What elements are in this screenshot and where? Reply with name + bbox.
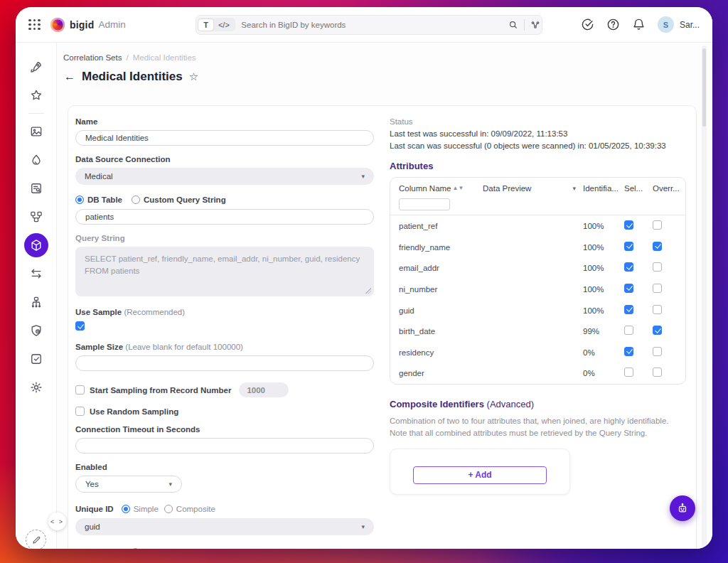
selected-checkbox[interactable] — [624, 262, 633, 272]
breadcrumb-current: Medical Identities — [133, 53, 196, 62]
timeout-input[interactable] — [75, 438, 374, 454]
preview-chevron-down-icon[interactable]: ▾ — [572, 185, 576, 192]
sort-icon[interactable]: ▲▼ — [453, 186, 464, 191]
column-name-filter-input[interactable] — [399, 198, 450, 210]
enabled-label: Enabled — [75, 463, 374, 471]
nav-favorites-icon[interactable] — [24, 83, 48, 107]
page-title: Medical Identities — [82, 70, 183, 84]
advanced-search-icon[interactable] — [530, 20, 540, 30]
global-search-bar[interactable]: T </> — [196, 15, 542, 35]
unique-id-composite-radio[interactable] — [164, 505, 173, 513]
selected-checkbox[interactable] — [624, 220, 633, 230]
override-checkbox[interactable] — [653, 368, 662, 377]
start-sampling-checkbox[interactable] — [75, 385, 85, 395]
favorite-star-icon[interactable]: ☆ — [189, 70, 198, 83]
help-circle-icon[interactable]: ? — [132, 548, 139, 549]
scrollbar-thumb[interactable] — [702, 48, 706, 127]
data-source-value: Medical — [85, 172, 113, 181]
nav-reports-icon[interactable] — [24, 176, 48, 200]
scrollbar-track[interactable] — [702, 45, 707, 549]
breadcrumb-correlation-sets[interactable]: Correlation Sets — [63, 53, 122, 62]
override-checkbox[interactable] — [653, 347, 662, 356]
search-mode-toggle: T </> — [198, 18, 236, 31]
random-sampling-label[interactable]: Use Random Sampling — [90, 407, 178, 416]
override-checkbox[interactable] — [653, 242, 662, 251]
composite-identifiers-heading: Composite Identifiers (Advanced) — [390, 399, 686, 409]
db-table-radio-label[interactable]: DB Table — [87, 195, 122, 204]
db-table-radio[interactable] — [75, 195, 84, 204]
nav-risk-icon[interactable] — [24, 318, 48, 343]
unique-id-value: guid — [85, 522, 100, 531]
selected-checkbox[interactable] — [624, 347, 633, 356]
selected-checkbox[interactable] — [624, 326, 633, 335]
table-row: gender 0% — [390, 363, 685, 385]
bigid-logo-icon[interactable] — [50, 18, 65, 32]
add-composite-identifier-button[interactable]: + Add — [413, 466, 547, 484]
nav-transfers-icon[interactable] — [24, 262, 48, 286]
data-source-label: Data Source Connection — [75, 155, 374, 163]
selected-header[interactable]: Sel... — [624, 184, 643, 193]
user-avatar[interactable]: S — [658, 16, 674, 33]
enabled-value: Yes — [85, 480, 99, 488]
override-checkbox[interactable] — [653, 326, 662, 335]
data-source-select[interactable]: Medical ▾ — [75, 168, 374, 185]
nav-correlation-icon[interactable] — [24, 233, 48, 257]
search-mode-text-button[interactable]: T — [198, 19, 213, 31]
user-name[interactable]: Sar... — [680, 20, 700, 30]
chevron-down-icon: ▾ — [168, 481, 172, 488]
search-icon[interactable] — [508, 20, 518, 30]
selected-checkbox[interactable] — [624, 242, 633, 251]
custom-query-radio-label[interactable]: Custom Query String — [144, 195, 226, 204]
unique-id-composite-label[interactable]: Composite — [176, 505, 215, 513]
display-name-label: Display Name? — [75, 547, 374, 549]
override-checkbox[interactable] — [653, 305, 662, 314]
custom-query-radio[interactable] — [132, 195, 140, 204]
help-icon[interactable] — [606, 18, 620, 31]
nav-catalog-icon[interactable] — [24, 205, 48, 229]
assistant-fab-button[interactable] — [670, 495, 695, 521]
override-checkbox[interactable] — [653, 284, 662, 293]
sample-size-input[interactable] — [75, 355, 374, 371]
identifiability-value: 0% — [583, 348, 624, 357]
table-name-input[interactable]: patients — [75, 209, 374, 225]
enabled-select[interactable]: Yes ▾ — [75, 476, 182, 493]
query-string-textarea[interactable]: SELECT patient_ref, friendly_name, email… — [75, 247, 374, 296]
search-mode-code-button[interactable]: </> — [213, 19, 235, 31]
nav-settings-icon[interactable] — [24, 375, 48, 400]
nav-tasks-icon[interactable] — [24, 347, 48, 371]
selected-checkbox[interactable] — [624, 284, 633, 293]
table-row: friendly_name 100% — [390, 237, 685, 258]
nav-hierarchy-icon[interactable] — [24, 290, 48, 314]
selected-checkbox[interactable] — [624, 305, 633, 314]
unique-id-simple-radio[interactable] — [122, 505, 130, 513]
table-row: email_addr 100% — [390, 258, 685, 279]
notifications-bell-icon[interactable] — [632, 18, 646, 31]
annotate-pencil-button[interactable] — [26, 530, 46, 549]
status-last-test: Last test was successful in: 09/09/2022,… — [390, 128, 686, 140]
name-input[interactable]: Medical Identities — [75, 130, 374, 146]
tasks-status-icon[interactable] — [581, 18, 594, 31]
selected-checkbox[interactable] — [624, 368, 633, 377]
start-sampling-record-input[interactable]: 1000 — [239, 382, 289, 397]
random-sampling-checkbox[interactable] — [75, 407, 85, 416]
override-header[interactable]: Overr... — [653, 184, 680, 193]
app-launcher-icon[interactable] — [28, 19, 41, 31]
sidebar-collapse-button[interactable]: < > — [48, 513, 66, 530]
use-sample-checkbox[interactable] — [75, 321, 85, 331]
logo-admin-label: Admin — [98, 19, 125, 30]
nav-rocket-icon[interactable] — [24, 55, 48, 79]
identifiability-header[interactable]: Identifia... — [583, 184, 619, 193]
search-input[interactable] — [241, 21, 508, 29]
nav-dashboard-icon[interactable] — [24, 119, 48, 144]
nav-activity-icon[interactable] — [24, 148, 48, 172]
unique-id-select[interactable]: guid ▾ — [75, 518, 374, 535]
column-name-header[interactable]: Column Name — [399, 184, 451, 193]
unique-id-simple-label[interactable]: Simple — [134, 505, 159, 513]
use-sample-label: Use Sample (Recommended) — [75, 308, 374, 316]
override-checkbox[interactable] — [653, 262, 662, 272]
start-sampling-label[interactable]: Start Sampling from Record Number — [90, 386, 231, 395]
breadcrumb-separator: / — [126, 53, 128, 62]
back-button[interactable]: ← — [64, 71, 75, 82]
override-checkbox[interactable] — [653, 220, 662, 230]
identifiability-value: 0% — [583, 369, 624, 377]
